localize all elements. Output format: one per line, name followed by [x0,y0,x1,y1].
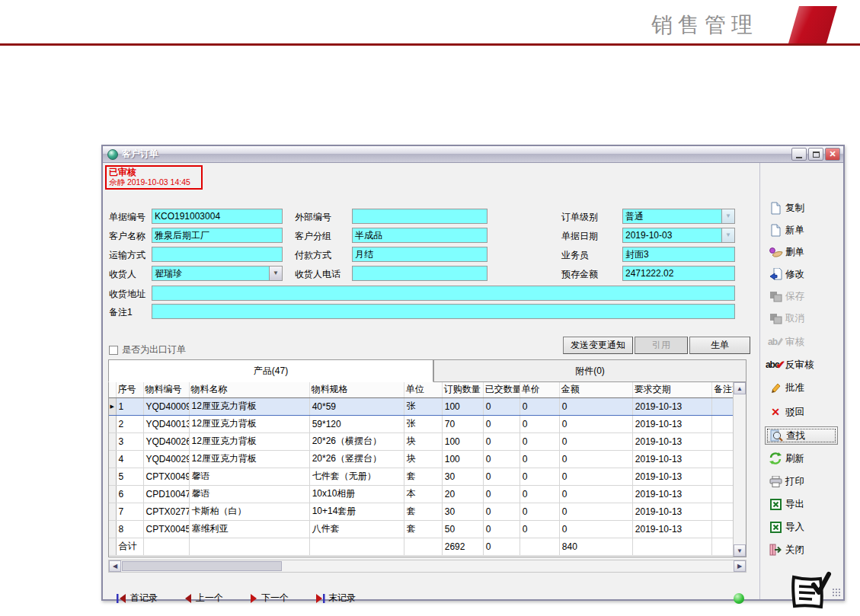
shipping-address-field[interactable] [152,286,735,301]
table-cell[interactable]: 0 [559,432,632,450]
table-cell[interactable]: 张 [404,397,442,415]
table-cell[interactable]: 馨语 [189,485,309,503]
table-cell[interactable]: 30 [442,468,483,485]
minimize-button[interactable] [791,148,807,161]
table-cell[interactable] [711,485,733,503]
scroll-right-icon[interactable]: ▶ [734,560,746,572]
sidebar-button-save[interactable]: 保存 [768,287,841,305]
table-cell[interactable]: YQD40029 [143,450,189,468]
sidebar-button-copy[interactable]: 复制 [768,199,841,217]
chevron-down-icon[interactable]: ▼ [721,209,734,223]
table-cell[interactable]: 12厘亚克力背板 [189,397,309,415]
table-cell[interactable] [711,450,733,468]
table-cell[interactable]: 0 [559,468,632,485]
quote-button[interactable]: 引用 [635,337,688,354]
sidebar-button-modify[interactable]: 修改 [768,265,841,283]
row-selector-cell[interactable] [109,520,116,538]
table-cell[interactable]: 0 [559,503,632,520]
table-cell[interactable]: 张 [404,415,442,432]
transport-field[interactable] [152,247,283,262]
table-cell[interactable]: 塞维利亚 [189,520,309,538]
sidebar-button-delete[interactable]: 删单 [768,243,841,261]
sidebar-button-audit[interactable]: ab审核 [768,333,841,351]
chevron-down-icon[interactable]: ▼ [269,267,282,280]
table-cell[interactable]: 2019-10-13 [632,503,711,520]
table-row[interactable]: 3YQD4002612厘亚克力背板20*26（横摆台）块1000002019-1… [109,432,734,450]
send-change-notice-button[interactable]: 发送变更通知 [563,337,633,354]
table-cell[interactable]: 20*26（竖摆台） [309,450,404,468]
order-level-select[interactable]: 普通▼ [622,209,735,224]
customer-group-field[interactable]: 半成品 [352,228,488,243]
table-cell[interactable]: 馨语 [189,468,309,485]
consignee-phone-field[interactable] [352,266,488,281]
payment-field[interactable]: 月结 [352,247,488,262]
table-cell[interactable]: 套 [404,503,442,520]
table-cell[interactable]: 5 [116,468,143,485]
table-cell[interactable]: CPTX0045 [143,520,189,538]
sidebar-button-cancel[interactable]: 取消 [768,309,841,327]
table-cell[interactable] [711,503,733,520]
table-cell[interactable]: 100 [442,432,483,450]
salesman-field[interactable]: 封面3 [622,247,735,262]
table-cell[interactable]: 2019-10-13 [632,397,711,415]
table-cell[interactable]: 8 [116,520,143,538]
table-cell[interactable]: 30 [442,503,483,520]
row-selector-cell[interactable] [109,432,116,450]
table-cell[interactable]: 七件套（无册） [309,468,404,485]
scrollbar-thumb[interactable] [122,561,282,571]
column-header[interactable]: 订购数量 [442,382,483,397]
table-cell[interactable]: 4 [116,450,143,468]
scroll-up-icon[interactable]: ▲ [734,382,746,394]
table-row[interactable]: 5CPTX0049馨语七件套（无册）套300002019-10-13 [109,468,734,485]
doc-no-field[interactable]: KCO191003004 [152,209,283,224]
sidebar-button-new[interactable]: 新单 [768,221,841,239]
column-header[interactable]: 物料名称 [189,382,309,397]
table-cell[interactable]: 0 [559,520,632,538]
table-cell[interactable]: 块 [404,450,442,468]
table-cell[interactable]: 本 [404,485,442,503]
table-cell[interactable]: 0 [483,415,520,432]
sidebar-button-reject[interactable]: ✕驳回 [768,403,841,421]
table-row[interactable]: 7CPTX0277卡斯柏（白）10+14套册套300002019-10-13 [109,503,734,520]
table-cell[interactable]: 7 [116,503,143,520]
column-header[interactable]: 物料规格 [309,382,404,397]
table-cell[interactable]: 0 [520,415,559,432]
next-record-button[interactable]: 下一个 [249,592,289,605]
sidebar-button-refresh[interactable]: 刷新 [768,449,841,468]
sidebar-button-print[interactable]: 打印 [768,472,841,490]
sidebar-button-approve[interactable]: 批准 [768,378,841,397]
table-cell[interactable]: 套 [404,520,442,538]
column-header[interactable]: 要求交期 [632,382,711,397]
export-order-checkbox[interactable] [109,346,118,355]
table-cell[interactable]: CPTX0049 [143,468,189,485]
column-header[interactable]: 序号 [116,382,143,397]
table-cell[interactable]: 八件套 [309,520,404,538]
row-selector-cell[interactable] [109,468,116,485]
prestore-amount-field[interactable]: 2471222.02 [622,266,735,281]
sidebar-button-import[interactable]: 导入 [768,518,841,536]
table-cell[interactable]: 50 [442,520,483,538]
table-cell[interactable]: 2019-10-13 [632,432,711,450]
table-row[interactable]: ▶1YQD4000912厘亚克力背板40*59张1000002019-10-13 [109,397,734,415]
row-selector-cell[interactable] [109,450,116,468]
table-cell[interactable]: 0 [559,397,632,415]
table-cell[interactable]: 2019-10-13 [632,468,711,485]
chevron-down-icon[interactable]: ▼ [721,228,734,242]
column-header[interactable]: 金额 [559,382,632,397]
table-cell[interactable]: 20 [442,485,483,503]
doc-date-select[interactable]: 2019-10-03▼ [622,228,735,243]
row-selector-cell[interactable] [109,503,116,520]
table-cell[interactable]: 12厘亚克力背板 [189,450,309,468]
table-cell[interactable]: 59*120 [309,415,404,432]
table-cell[interactable] [711,415,733,432]
sidebar-button-find[interactable]: 查找 [765,426,838,445]
table-cell[interactable]: 2019-10-13 [632,520,711,538]
consignee-select[interactable]: 翟瑞珍▼ [152,266,283,281]
column-header[interactable]: 已交数量 [483,382,520,397]
row-selector-cell[interactable]: ▶ [109,397,116,415]
table-row[interactable]: 4YQD4002912厘亚克力背板20*26（竖摆台）块1000002019-1… [109,450,734,468]
table-cell[interactable]: 0 [520,397,559,415]
vertical-scrollbar[interactable]: ▲ ▼ [733,382,746,557]
table-cell[interactable]: 0 [483,397,520,415]
maximize-button[interactable] [808,148,823,161]
